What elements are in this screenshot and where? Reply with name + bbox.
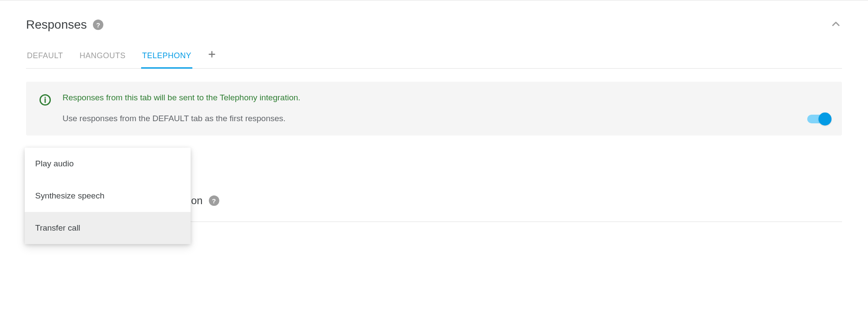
tab-hangouts[interactable]: HANGOUTS <box>79 47 126 68</box>
top-divider <box>0 0 868 0</box>
collapse-icon[interactable] <box>830 18 842 32</box>
tab-telephony[interactable]: TELEPHONY <box>141 47 192 69</box>
use-default-responses-toggle[interactable] <box>807 115 829 123</box>
section-title-wrap: Responses ? <box>26 18 103 32</box>
info-icon <box>39 94 51 106</box>
info-banner: Responses from this tab will be sent to … <box>26 82 842 136</box>
dropdown-item-transfer-call[interactable]: Transfer call <box>25 212 191 222</box>
help-icon[interactable]: ? <box>93 20 103 30</box>
info-content: Responses from this tab will be sent to … <box>63 93 796 123</box>
svg-point-4 <box>45 97 46 98</box>
banner-integration-text: Responses from this tab will be sent to … <box>63 93 796 102</box>
section-header: Responses ? <box>26 18 842 32</box>
response-tabs: DEFAULT HANGOUTS TELEPHONY <box>26 47 842 69</box>
tab-default[interactable]: DEFAULT <box>26 47 64 68</box>
banner-default-text: Use responses from the DEFAULT tab as th… <box>63 114 796 123</box>
response-type-dropdown: Play audio Synthesize speech Transfer ca… <box>25 148 191 222</box>
obscured-label-fragment: on <box>191 195 203 207</box>
help-icon[interactable]: ? <box>209 195 219 206</box>
dropdown-item-play-audio[interactable]: Play audio <box>25 148 191 180</box>
section-title: Responses <box>26 18 87 32</box>
obscured-section: on ? <box>191 195 842 207</box>
add-tab-button[interactable] <box>207 50 217 66</box>
dropdown-item-synthesize-speech[interactable]: Synthesize speech <box>25 180 191 212</box>
toggle-wrap <box>807 115 829 123</box>
toggle-thumb <box>818 112 832 126</box>
